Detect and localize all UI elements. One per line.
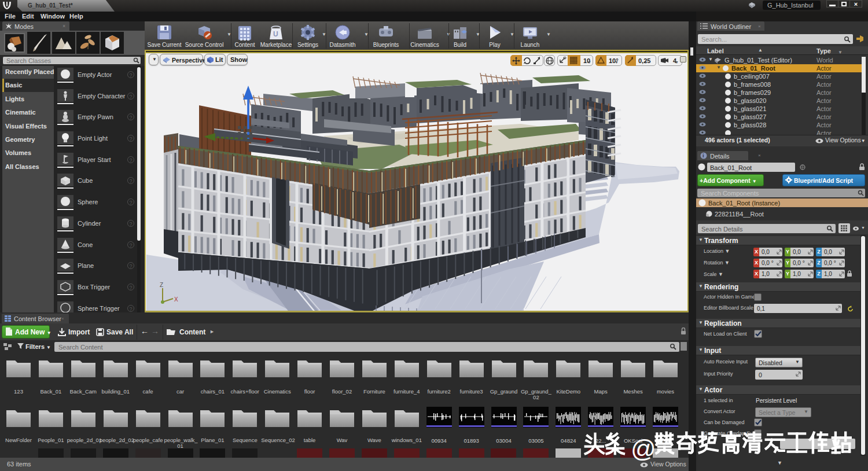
svg-text:X: X (174, 296, 178, 303)
svg-text:Z: Z (160, 282, 163, 288)
svg-text:U: U (273, 30, 278, 38)
svg-text:@: @ (631, 435, 656, 462)
svg-text:i: i (703, 153, 704, 159)
